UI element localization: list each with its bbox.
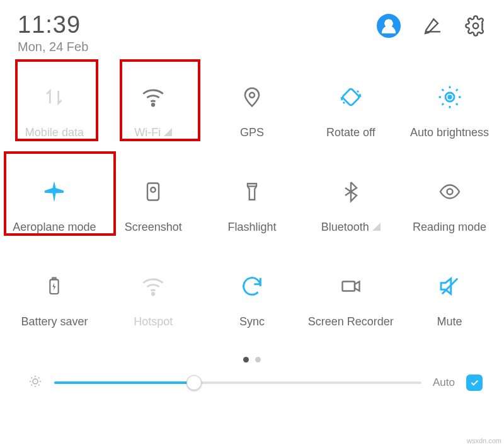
- tile-label: Hotspot: [134, 315, 173, 328]
- tile-mute[interactable]: Mute: [400, 260, 499, 354]
- location-pin-icon: [237, 82, 267, 112]
- slider-thumb[interactable]: [186, 375, 202, 390]
- tile-gps[interactable]: GPS: [203, 71, 302, 165]
- airplane-icon: [39, 177, 69, 207]
- quick-settings-panel: Mobile data Wi-Fi GPS Rotate off Auto br: [0, 59, 504, 354]
- rotate-lock-icon: [336, 82, 366, 112]
- svg-point-1: [152, 104, 154, 107]
- svg-point-0: [473, 23, 479, 29]
- tile-flashlight[interactable]: Flashlight: [203, 165, 302, 260]
- svg-point-12: [33, 379, 38, 384]
- tile-label: Wi-Fi: [134, 126, 172, 139]
- header-actions: [377, 14, 486, 38]
- eye-icon: [435, 177, 465, 207]
- svg-point-2: [249, 93, 255, 98]
- tile-airplane[interactable]: Aeroplane mode: [5, 165, 104, 260]
- svg-point-8: [447, 189, 452, 195]
- tile-label: Reading mode: [413, 221, 486, 234]
- signal-icon: [164, 128, 172, 136]
- tile-bluetooth[interactable]: Bluetooth: [301, 165, 400, 260]
- svg-point-10: [152, 293, 154, 296]
- tile-label: Battery saver: [21, 315, 88, 328]
- brightness-row: Auto: [0, 374, 504, 392]
- settings-gear-icon[interactable]: [465, 15, 486, 37]
- svg-point-7: [151, 187, 156, 192]
- auto-brightness-label: Auto: [433, 376, 455, 389]
- tile-rotate[interactable]: Rotate off: [301, 71, 400, 165]
- mute-icon: [435, 271, 465, 301]
- clock-date: Mon, 24 Feb: [18, 40, 88, 54]
- tile-wifi[interactable]: Wi-Fi: [104, 71, 203, 165]
- tile-label: Sync: [239, 315, 265, 328]
- tile-mobile-data[interactable]: Mobile data: [5, 71, 104, 165]
- svg-rect-11: [342, 282, 355, 291]
- status-header: 11:39 Mon, 24 Feb: [0, 0, 504, 59]
- tile-label: Bluetooth: [321, 221, 381, 234]
- profile-avatar-icon[interactable]: [377, 14, 401, 38]
- signal-icon: [372, 223, 381, 231]
- svg-rect-3: [342, 88, 360, 106]
- tile-label: GPS: [240, 126, 264, 139]
- brightness-auto-icon: [435, 82, 465, 112]
- auto-brightness-checkbox[interactable]: [466, 374, 483, 391]
- page-indicator: [0, 357, 504, 363]
- tile-reading[interactable]: Reading mode: [400, 165, 499, 260]
- tiles-grid: Mobile data Wi-Fi GPS Rotate off Auto br: [0, 59, 504, 354]
- clock-time: 11:39: [18, 11, 88, 38]
- mobile-data-icon: [39, 82, 69, 112]
- tile-screenshot[interactable]: Screenshot: [104, 165, 203, 260]
- time-date-block: 11:39 Mon, 24 Feb: [18, 11, 88, 54]
- tile-label: Auto brightness: [410, 126, 489, 139]
- brightness-slider[interactable]: [54, 381, 421, 384]
- flashlight-icon: [237, 177, 267, 207]
- tile-label: Rotate off: [326, 126, 375, 139]
- edit-icon[interactable]: [422, 15, 444, 37]
- screenshot-icon: [138, 177, 168, 207]
- tile-label: Mute: [437, 315, 462, 328]
- tile-label: Flashlight: [227, 221, 276, 234]
- watermark: wsxdn.com: [467, 437, 501, 444]
- svg-point-5: [448, 96, 451, 99]
- brightness-low-icon: [28, 374, 43, 392]
- pager-dot[interactable]: [255, 357, 261, 363]
- wifi-icon: [138, 82, 168, 112]
- tile-auto-brightness[interactable]: Auto brightness: [400, 71, 499, 165]
- tile-label: Screen Recorder: [308, 315, 394, 328]
- tile-label: Aeroplane mode: [13, 221, 96, 234]
- tile-battery-saver[interactable]: Battery saver: [5, 260, 104, 354]
- tile-screen-recorder[interactable]: Screen Recorder: [301, 260, 400, 354]
- hotspot-icon: [138, 271, 168, 301]
- pager-dot[interactable]: [243, 357, 249, 363]
- tile-label: Screenshot: [125, 221, 182, 234]
- battery-saver-icon: [39, 271, 69, 301]
- sync-icon: [237, 271, 267, 301]
- bluetooth-icon: [336, 177, 366, 207]
- video-camera-icon: [336, 271, 366, 301]
- tile-sync[interactable]: Sync: [203, 260, 302, 354]
- tile-label: Mobile data: [25, 126, 84, 139]
- tile-hotspot[interactable]: Hotspot: [104, 260, 203, 354]
